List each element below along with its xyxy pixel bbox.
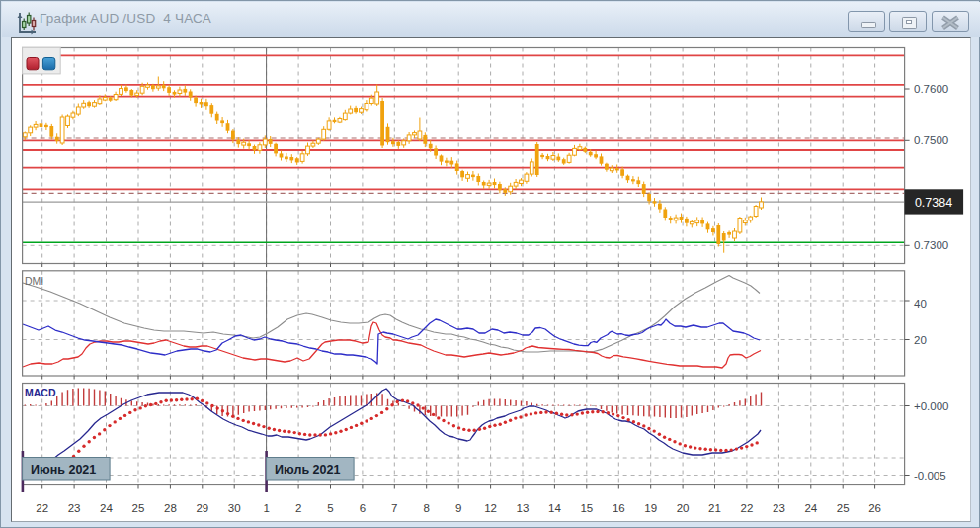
svg-text:13: 13 [517, 502, 530, 514]
svg-text:24: 24 [804, 502, 817, 514]
svg-text:14: 14 [548, 502, 561, 514]
svg-text:28: 28 [164, 502, 177, 514]
svg-text:1: 1 [263, 502, 269, 514]
svg-text:0.7300: 0.7300 [914, 239, 948, 251]
svg-text:0.7600: 0.7600 [914, 83, 948, 95]
svg-text:22: 22 [741, 502, 754, 514]
svg-text:7: 7 [391, 502, 397, 514]
svg-text:12: 12 [484, 502, 497, 514]
svg-text:20: 20 [677, 502, 690, 514]
svg-text:24: 24 [100, 502, 113, 514]
svg-text:8: 8 [423, 502, 429, 514]
svg-text:23: 23 [68, 502, 81, 514]
svg-text:20: 20 [914, 334, 927, 346]
svg-text:Июнь 2021: Июнь 2021 [31, 463, 96, 477]
svg-text:22: 22 [36, 502, 48, 514]
svg-text:26: 26 [868, 502, 881, 514]
svg-text:19: 19 [644, 502, 657, 514]
svg-text:Июль 2021: Июль 2021 [275, 463, 340, 477]
svg-text:2: 2 [295, 502, 301, 514]
svg-text:40: 40 [914, 298, 927, 309]
svg-text:+0.000: +0.000 [914, 400, 949, 412]
svg-text:9: 9 [455, 502, 461, 514]
svg-text:25: 25 [837, 502, 850, 514]
svg-text:16: 16 [612, 502, 625, 514]
svg-text:23: 23 [773, 502, 785, 514]
svg-text:29: 29 [196, 502, 208, 514]
svg-text:25: 25 [132, 502, 145, 514]
svg-text:5: 5 [327, 502, 333, 514]
svg-text:DMI: DMI [25, 275, 43, 287]
svg-text:6: 6 [360, 502, 366, 514]
svg-text:15: 15 [580, 502, 593, 514]
svg-text:0.7500: 0.7500 [914, 134, 948, 146]
svg-text:MACD: MACD [25, 387, 56, 398]
svg-text:21: 21 [708, 502, 721, 514]
svg-text:-0.005: -0.005 [914, 470, 946, 482]
svg-text:30: 30 [228, 502, 241, 514]
svg-text:0.7384: 0.7384 [915, 196, 952, 210]
